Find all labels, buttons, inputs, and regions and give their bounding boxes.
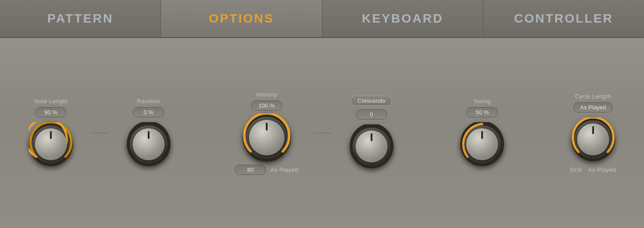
note-length-knob-inner	[35, 128, 67, 160]
random-knob[interactable]	[124, 120, 173, 169]
main-container: PATTERN OPTIONS KEYBOARD CONTROLLER Note…	[0, 0, 644, 228]
velocity-bottom-value[interactable]: 80	[235, 165, 266, 175]
cycle-length-knob-outer	[571, 117, 615, 162]
velocity-knob[interactable]	[242, 113, 291, 162]
note-length-knob[interactable]	[27, 120, 75, 169]
content-area: Note Length 90 % Random 0 %	[0, 38, 644, 228]
tab-pattern-label: PATTERN	[47, 12, 113, 26]
cycle-length-top-value[interactable]: As Played	[574, 102, 613, 112]
crescendo-group: Crescendo 0	[347, 96, 396, 171]
swing-knob-inner	[466, 128, 498, 160]
velocity-as-played-label: As Played	[270, 166, 298, 173]
swing-value[interactable]: 50 %	[467, 107, 498, 117]
cycle-length-group: Cycle Length As Played Grid As Played	[569, 93, 617, 173]
crescendo-knob-outer	[349, 124, 394, 169]
cycle-length-knob-inner	[577, 124, 609, 155]
cycle-length-knob[interactable]	[569, 115, 617, 164]
crescendo-knob[interactable]	[347, 122, 396, 171]
swing-label: Swing	[474, 98, 491, 104]
swing-knob[interactable]	[458, 120, 506, 169]
cycle-as-played-label: As Played	[588, 166, 616, 173]
swing-knob-outer	[460, 122, 504, 166]
crescendo-label-display[interactable]: Crescendo	[351, 96, 392, 106]
velocity-knob-outer	[242, 113, 291, 162]
connector-2	[314, 133, 332, 133]
velocity-group: Velocity 100 % 80 As Played	[235, 91, 298, 175]
crescendo-value[interactable]: 0	[356, 109, 387, 120]
note-length-label: Note Length	[34, 98, 68, 104]
velocity-bottom: 80 As Played	[235, 165, 298, 175]
random-label: Random	[137, 98, 160, 104]
random-knob-outer	[126, 122, 171, 166]
tab-options-label: OPTIONS	[209, 12, 274, 26]
cycle-grid-label: Grid	[570, 166, 582, 173]
tab-pattern[interactable]: PATTERN	[0, 0, 161, 37]
tab-bar: PATTERN OPTIONS KEYBOARD CONTROLLER	[0, 0, 644, 38]
tab-options[interactable]: OPTIONS	[161, 0, 322, 37]
note-length-knob-outer	[29, 122, 73, 166]
random-value[interactable]: 0 %	[133, 107, 164, 117]
velocity-label: Velocity	[256, 91, 277, 98]
swing-group: Swing 50 %	[458, 98, 506, 169]
note-length-group: Note Length 90 %	[27, 98, 75, 169]
connector-1	[91, 133, 108, 133]
random-knob-inner	[133, 128, 165, 160]
crescendo-knob-inner	[356, 131, 387, 162]
cycle-length-bottom: Grid As Played	[570, 166, 616, 173]
note-length-value[interactable]: 90 %	[35, 107, 66, 117]
tab-keyboard[interactable]: KEYBOARD	[322, 0, 483, 37]
velocity-knob-inner	[249, 120, 284, 155]
tab-controller[interactable]: CONTROLLER	[483, 0, 644, 37]
random-group: Random 0 %	[124, 98, 173, 169]
velocity-value[interactable]: 100 %	[251, 100, 282, 111]
cycle-length-label: Cycle Length	[575, 93, 611, 100]
tab-keyboard-label: KEYBOARD	[362, 12, 443, 26]
tab-controller-label: CONTROLLER	[514, 12, 613, 26]
